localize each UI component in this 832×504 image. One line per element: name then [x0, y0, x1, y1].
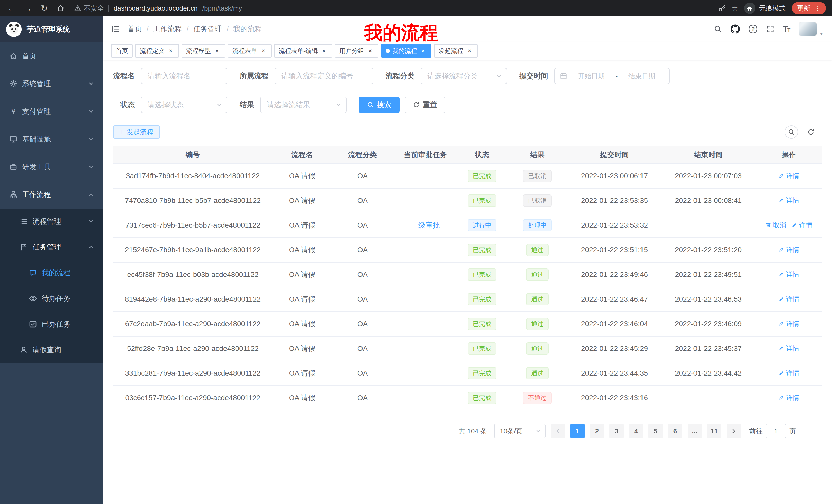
more-pages-button[interactable]: ...	[687, 424, 702, 438]
sidebar-item-my-process[interactable]: 我的流程	[0, 260, 103, 286]
tab-start-process[interactable]: 发起流程×	[434, 44, 478, 58]
detail-link[interactable]: 详情	[778, 295, 799, 304]
home-icon	[9, 52, 18, 60]
detail-link[interactable]: 详情	[791, 221, 812, 230]
next-page-button[interactable]	[727, 424, 741, 438]
col-category: 流程分类	[332, 146, 393, 164]
end-date-placeholder[interactable]: 结束日期	[620, 72, 664, 81]
detail-link[interactable]: 详情	[778, 344, 799, 353]
breadcrumb-item-workflow[interactable]: 工作流程	[153, 24, 182, 34]
table-row: 2152467e-7b9b-11ec-9a1b-acde48001122 OA …	[113, 237, 822, 262]
status-select[interactable]: 请选择状态	[141, 96, 227, 113]
sidebar-item-task-management[interactable]: 任务管理	[0, 234, 103, 260]
sidebar-item-workflow[interactable]: 工作流程	[0, 181, 103, 208]
goto-page-input[interactable]	[766, 424, 786, 438]
address-bar[interactable]: 不安全 dashboard.yudao.iocoder.cn/bpm/task/…	[74, 4, 242, 13]
status-badge: 已完成	[468, 367, 496, 380]
sidebar-item-leave-query[interactable]: 请假查询	[0, 337, 103, 363]
close-icon[interactable]: ×	[260, 47, 267, 54]
tab-my-process[interactable]: 我的流程×	[381, 44, 432, 58]
browser-menu-icon[interactable]: ⋮	[814, 4, 821, 12]
sidebar-item-infrastructure[interactable]: 基础设施	[0, 125, 103, 153]
font-size-icon[interactable]: TT	[783, 25, 790, 33]
close-icon[interactable]: ×	[420, 47, 427, 54]
sidebar-item-dev-tools[interactable]: 研发工具	[0, 153, 103, 181]
process-name: OA 请假	[272, 361, 332, 386]
sidebar-item-system[interactable]: 系统管理	[0, 70, 103, 97]
close-icon[interactable]: ×	[466, 47, 473, 54]
detail-link[interactable]: 详情	[778, 319, 799, 328]
incognito-indicator[interactable]: 无痕模式	[744, 3, 786, 14]
detail-link[interactable]: 详情	[778, 245, 799, 254]
security-indicator[interactable]: 不安全	[74, 4, 104, 13]
reset-button[interactable]: 重置	[405, 96, 445, 113]
sidebar-toggle-icon[interactable]	[111, 25, 120, 33]
browser-home-icon[interactable]	[55, 3, 66, 13]
detail-link[interactable]: 详情	[778, 270, 799, 279]
current-task-link[interactable]: 一级审批	[411, 221, 440, 229]
close-icon[interactable]: ×	[320, 47, 328, 54]
browser-forward-icon[interactable]: →	[23, 3, 33, 13]
date-range-picker[interactable]: 开始日期 - 结束日期	[554, 68, 670, 84]
process-category: OA	[332, 361, 393, 386]
page-button[interactable]: 11	[707, 424, 722, 438]
end-time: 2022-01-22 23:45:37	[661, 336, 756, 361]
start-date-placeholder[interactable]: 开始日期	[569, 72, 614, 81]
page-size-select[interactable]: 10条/页	[494, 424, 546, 438]
page-button[interactable]: 3	[609, 424, 624, 438]
breadcrumb-item-task-management[interactable]: 任务管理	[193, 24, 222, 34]
edit-icon	[778, 370, 784, 376]
page-button[interactable]: 2	[590, 424, 604, 438]
help-icon[interactable]: ?	[749, 25, 757, 33]
browser-reload-icon[interactable]: ↻	[39, 3, 49, 13]
detail-link[interactable]: 详情	[778, 393, 799, 402]
process-definition-input[interactable]	[275, 68, 373, 84]
close-icon[interactable]: ×	[367, 47, 374, 54]
prev-page-button[interactable]	[551, 424, 565, 438]
tab-user-group[interactable]: 用户分组×	[335, 44, 379, 58]
sidebar-item-payment[interactable]: ¥ 支付管理	[0, 97, 103, 125]
process-name: OA 请假	[272, 188, 332, 213]
process-name-input[interactable]	[141, 68, 227, 84]
detail-link[interactable]: 详情	[778, 369, 799, 377]
close-icon[interactable]: ×	[213, 47, 220, 54]
current-task	[393, 386, 458, 410]
page-button[interactable]: 6	[668, 424, 682, 438]
result-select[interactable]: 请选择流结果	[260, 96, 346, 113]
browser-back-icon[interactable]: ←	[6, 3, 17, 13]
search-button[interactable]: 搜索	[359, 96, 399, 113]
page-button[interactable]: 5	[648, 424, 663, 438]
pagination-total: 共 104 条	[459, 427, 487, 436]
sidebar-item-done-tasks[interactable]: 已办任务	[0, 311, 103, 337]
breadcrumb-item-home[interactable]: 首页	[128, 24, 142, 34]
process-id: 7470a810-7b9b-11ec-b5b7-acde48001122	[113, 188, 272, 213]
password-key-icon[interactable]	[718, 4, 726, 12]
sidebar-item-process-management[interactable]: 流程管理	[0, 208, 103, 234]
close-icon[interactable]: ×	[167, 47, 174, 54]
header-search-icon[interactable]	[714, 25, 722, 33]
end-time: 2022-01-22 23:44:42	[661, 361, 756, 386]
tab-process-definition[interactable]: 流程定义×	[135, 44, 179, 58]
bookmark-star-icon[interactable]: ☆	[732, 4, 738, 12]
fullscreen-icon[interactable]	[766, 25, 774, 33]
tab-process-form[interactable]: 流程表单×	[228, 44, 271, 58]
refresh-table-button[interactable]	[804, 125, 817, 139]
tab-process-form-edit[interactable]: 流程表单-编辑×	[274, 44, 332, 58]
cancel-link[interactable]: 取消	[765, 221, 786, 230]
create-process-button[interactable]: + 发起流程	[113, 125, 160, 139]
category-select[interactable]: 请选择流程分类	[421, 68, 507, 84]
detail-link[interactable]: 详情	[778, 196, 799, 205]
tab-process-model[interactable]: 流程模型×	[182, 44, 225, 58]
page-button[interactable]: 4	[629, 424, 643, 438]
user-menu[interactable]: ▼	[799, 22, 824, 36]
breadcrumb-item-current: 我的流程	[233, 24, 262, 34]
user-avatar[interactable]	[799, 22, 817, 36]
page-button[interactable]: 1	[570, 424, 585, 438]
sidebar-item-home[interactable]: 首页	[0, 42, 103, 70]
browser-update-button[interactable]: 更新 ⋮	[792, 2, 826, 15]
detail-link[interactable]: 详情	[778, 171, 799, 180]
github-icon[interactable]	[731, 24, 740, 34]
sidebar-item-todo-tasks[interactable]: 待办任务	[0, 286, 103, 311]
tab-home[interactable]: 首页	[111, 44, 133, 58]
search-toggle-button[interactable]	[785, 125, 798, 139]
